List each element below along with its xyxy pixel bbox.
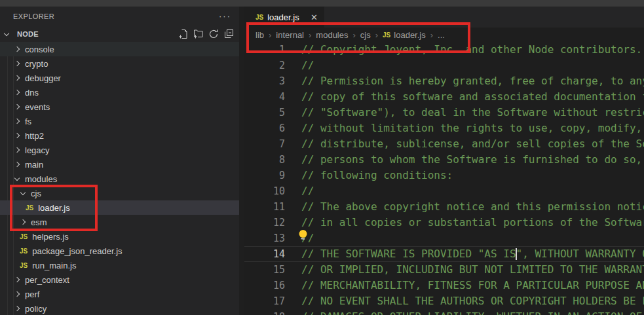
file-tree: consolecryptodebuggerdnseventsfshttp2leg… [0,42,244,315]
tree-item-debugger[interactable]: debugger [0,71,239,85]
line-number: 6 [244,120,285,136]
code-line[interactable]: 15// OR IMPLIED, INCLUDING BUT NOT LIMIT… [244,262,644,278]
tree-item-label: crypto [25,59,48,69]
tree-item-label: helpers.js [32,232,69,242]
chevron-right-icon [14,147,20,153]
more-actions-icon[interactable]: ··· [219,13,231,20]
js-file-icon: JS [20,262,28,269]
collapse-all-icon[interactable] [223,29,234,39]
explorer-sidebar: EXPLORER ··· NODE [0,7,244,315]
tree-item-label: dns [25,88,39,98]
node-section-title: NODE [17,30,39,38]
chevron-right-icon [14,133,20,138]
code-text: // DAMAGES OR OTHER LIABILITY, WHETHER I… [301,309,644,315]
tree-item-run-main-js[interactable]: JSrun_main.js [0,258,239,272]
code-text: // Copyright Joyent, Inc. and other Node… [301,42,642,58]
breadcrumb-item-cjs[interactable]: cjs [360,30,371,40]
code-text: // The above copyright notice and this p… [301,199,644,215]
chevron-right-icon [14,75,20,81]
code-line[interactable]: 12// in all copies or substantial portio… [244,215,644,231]
line-number: 7 [244,136,285,152]
line-number: 11 [244,199,285,215]
new-file-icon[interactable] [178,29,189,39]
code-line[interactable]: 1// Copyright Joyent, Inc. and other Nod… [244,42,644,58]
code-line[interactable]: 14// THE SOFTWARE IS PROVIDED "AS IS", W… [244,246,644,262]
line-number: 18 [244,309,285,315]
tree-item-label: package_json_reader.js [32,246,122,256]
code-line[interactable]: 16// MERCHANTABILITY, FITNESS FOR A PART… [244,278,644,293]
tree-item-events[interactable]: events [0,100,239,114]
code-text: // [301,183,314,199]
code-action-lightbulb-icon[interactable] [297,229,309,244]
close-tab-icon[interactable]: ✕ [311,12,318,22]
tree-item-label: debugger [25,73,61,83]
breadcrumb-separator: › [269,30,271,40]
code-line[interactable]: 6// without limitation the rights to use… [244,120,644,136]
tab-loader-js[interactable]: JS loader.js ✕ [244,7,324,28]
tree-item-label: modules [25,174,57,184]
code-line[interactable]: 5// "Software"), to deal in the Software… [244,105,644,120]
tree-item-package-json-reader-js[interactable]: JSpackage_json_reader.js [0,244,239,258]
code-editor[interactable]: 1// Copyright Joyent, Inc. and other Nod… [244,42,644,315]
breadcrumb-separator: › [352,30,355,40]
chevron-right-icon [14,61,20,66]
tree-item-label: http2 [25,131,44,141]
tree-item-label: perf [25,289,39,299]
code-line[interactable]: 17// NO EVENT SHALL THE AUTHORS OR COPYR… [244,293,644,309]
tree-item-policy[interactable]: policy [0,301,239,315]
new-folder-icon[interactable] [193,29,204,39]
chevron-right-icon [20,219,26,225]
code-text: // THE SOFTWARE IS PROVIDED "AS IS", WIT… [301,246,644,262]
tree-item-perf[interactable]: perf [0,287,239,301]
tree-item-crypto[interactable]: crypto [0,56,239,71]
tree-item-helpers-js[interactable]: JShelpers.js [0,229,239,244]
line-number: 14 [244,246,285,262]
code-line[interactable]: 3// Permission is hereby granted, free o… [244,73,644,89]
code-line[interactable]: 9// following conditions: [244,168,644,183]
tree-item-loader-js[interactable]: JSloader.js [0,200,239,215]
line-number: 16 [244,278,285,293]
code-text: // persons to whom the Software is furni… [301,152,644,168]
refresh-icon[interactable] [208,29,219,39]
breadcrumb-item-file[interactable]: loader.js [394,30,425,40]
line-number: 17 [244,293,285,309]
tree-item-main[interactable]: main [0,157,239,172]
code-text: // [301,58,314,73]
code-line[interactable]: 2// [244,58,644,73]
tree-item-legacy[interactable]: legacy [0,143,239,157]
tree-item-fs[interactable]: fs [0,114,239,128]
tree-item-label: loader.js [38,203,69,213]
node-section-header[interactable]: NODE [0,26,244,42]
code-line[interactable]: 7// distribute, sublicense, and/or sell … [244,136,644,152]
code-line[interactable]: 18// DAMAGES OR OTHER LIABILITY, WHETHER… [244,309,644,315]
tree-item-dns[interactable]: dns [0,85,239,100]
code-text: // "Software"), to deal in the Software … [301,105,644,120]
breadcrumb-item-symbols[interactable]: ... [438,30,445,40]
line-number: 13 [244,231,285,246]
tree-item-cjs[interactable]: cjs [0,186,239,200]
section-actions [178,29,234,39]
js-file-icon: JS [383,31,390,39]
tree-item-console[interactable]: console [0,42,239,56]
code-text: // copy of this software and associated … [301,89,644,105]
code-line[interactable]: 11// The above copyright notice and this… [244,199,644,215]
code-line[interactable]: 8// persons to whom the Software is furn… [244,152,644,168]
code-line[interactable]: 10// [244,183,644,199]
breadcrumb-item-internal[interactable]: internal [276,30,304,40]
tree-item-label: policy [25,304,47,314]
tree-item-http2[interactable]: http2 [0,128,239,143]
code-line[interactable]: 4// copy of this software and associated… [244,89,644,105]
code-text: // following conditions: [301,168,453,183]
tree-item-label: events [25,102,50,112]
js-file-icon: JS [20,248,28,255]
tree-item-modules[interactable]: modules [0,172,239,186]
workbench: EXPLORER ··· NODE [0,7,644,315]
code-text: // OR IMPLIED, INCLUDING BUT NOT LIMITED… [301,262,644,278]
tree-item-per-context[interactable]: per_context [0,272,239,287]
breadcrumb-item-modules[interactable]: modules [316,30,348,40]
tab-label: loader.js [267,12,299,22]
line-number: 1 [244,42,285,58]
line-number: 12 [244,215,285,231]
breadcrumb-item-lib[interactable]: lib [256,30,264,40]
tree-item-esm[interactable]: esm [0,215,239,229]
